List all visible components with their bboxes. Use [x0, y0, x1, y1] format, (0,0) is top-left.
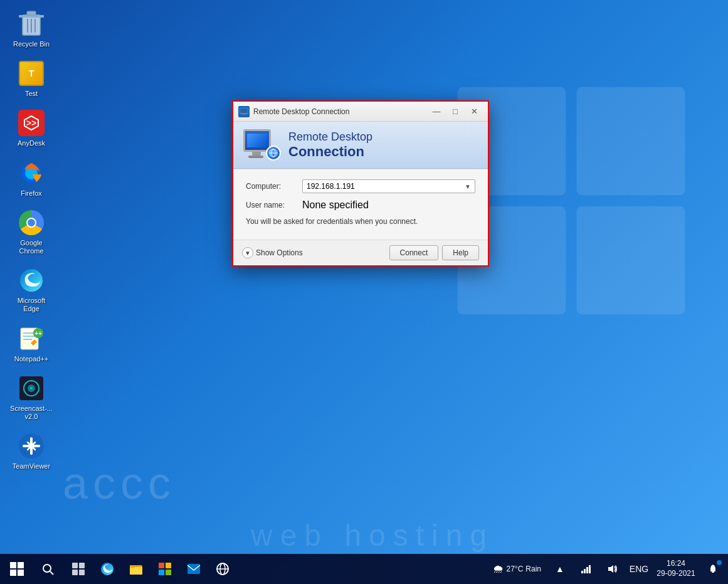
svg-rect-36	[18, 570, 24, 576]
anydesk-icon: >>	[16, 108, 46, 138]
rdc-maximize-button[interactable]: □	[446, 105, 464, 118]
rdc-title-text: Remote Desktop Connection	[253, 107, 428, 116]
desktop-icon-test[interactable]: T Test	[6, 56, 56, 100]
svg-rect-39	[72, 563, 78, 568]
taskbar-weather[interactable]: 🌧 27°C Rain	[489, 561, 546, 577]
rdc-close-button[interactable]: ✕	[465, 105, 483, 118]
rdc-footer: ▼ Show Options Connect Help	[233, 240, 488, 265]
svg-rect-55	[581, 571, 583, 573]
microsoft-edge-label: Microsoft Edge	[9, 297, 54, 313]
task-view-button[interactable]	[65, 556, 92, 582]
microsoft-edge-icon	[16, 265, 46, 295]
rdc-title-icon	[238, 106, 250, 117]
test-icon: T	[16, 58, 46, 88]
notification-button[interactable]	[702, 558, 724, 580]
watermark-text2: web hosting	[251, 518, 494, 553]
svg-rect-46	[130, 565, 135, 568]
taskbar-store-button[interactable]	[152, 556, 178, 582]
rdc-username-row: User name: None specified	[246, 199, 475, 211]
svg-line-38	[50, 571, 53, 575]
rdc-computer-value: 192.168.1.191	[307, 182, 355, 191]
svg-rect-35	[10, 570, 16, 576]
taskbar-left	[4, 556, 236, 582]
watermark-text1: accc	[63, 457, 176, 509]
svg-rect-5	[19, 15, 44, 18]
desktop-icon-firefox[interactable]: Firefox	[6, 156, 56, 200]
notepadpp-label: Notepad++	[14, 355, 48, 363]
rdc-body: Computer: 192.168.1.191 ▼ User name: Non…	[233, 169, 488, 240]
rdc-computer-field: 192.168.1.191 ▼	[302, 179, 475, 193]
rdc-header: Remote Desktop Connection	[233, 122, 488, 169]
tray-volume-icon[interactable]	[601, 558, 624, 580]
svg-rect-50	[166, 570, 171, 575]
tray-network-icon[interactable]	[575, 558, 598, 580]
rdc-header-title: Remote Desktop Connection	[288, 130, 372, 160]
svg-rect-33	[10, 562, 16, 568]
taskbar-mail-button[interactable]	[181, 556, 207, 582]
svg-rect-47	[159, 563, 164, 568]
rdc-computer-input[interactable]: 192.168.1.191 ▼	[302, 179, 475, 193]
rdc-titlebar: Remote Desktop Connection — □ ✕	[233, 102, 488, 122]
start-button[interactable]	[4, 556, 30, 582]
rdc-username-text: None specified	[302, 199, 369, 210]
svg-rect-49	[159, 570, 164, 575]
rdc-dialog: Remote Desktop Connection — □ ✕	[232, 100, 489, 267]
search-button[interactable]	[33, 556, 63, 582]
firefox-label: Firefox	[21, 189, 42, 198]
rdc-help-button[interactable]: Help	[442, 245, 479, 260]
desktop-icon-google-chrome[interactable]: Google Chrome	[6, 205, 56, 258]
rdc-show-options[interactable]: ▼ Show Options	[242, 247, 303, 258]
svg-rect-3	[577, 206, 685, 315]
taskbar: 🌧 27°C Rain ▲	[0, 554, 728, 584]
tray-arrow-button[interactable]: ▲	[549, 558, 571, 580]
svg-text:++: ++	[34, 330, 42, 337]
svg-rect-56	[584, 569, 586, 573]
svg-rect-45	[130, 567, 142, 575]
svg-rect-6	[27, 11, 36, 15]
svg-rect-34	[18, 562, 24, 568]
svg-rect-58	[589, 565, 591, 573]
taskbar-edge-button[interactable]	[94, 556, 120, 582]
desktop-icon-anydesk[interactable]: >> AnyDesk	[6, 105, 56, 150]
taskbar-explorer-button[interactable]	[123, 556, 149, 582]
rdc-show-options-label: Show Options	[256, 248, 303, 257]
rdc-window-controls: — □ ✕	[428, 105, 483, 118]
rdc-minimize-button[interactable]: —	[428, 105, 445, 118]
svg-rect-1	[577, 87, 685, 196]
svg-point-15	[20, 269, 43, 292]
rdc-connect-button[interactable]: Connect	[389, 245, 439, 260]
screencast-label: Screencast-...v2.0	[10, 405, 53, 421]
google-chrome-label: Google Chrome	[9, 239, 54, 255]
rdc-header-line2: Connection	[288, 144, 372, 160]
notification-badge	[717, 560, 722, 565]
rdc-info-text: You will be asked for credentials when y…	[246, 217, 475, 226]
desktop-icon-recycle-bin[interactable]: Recycle Bin	[6, 6, 56, 51]
svg-rect-42	[79, 570, 85, 575]
rdc-username-value: None specified	[302, 199, 475, 211]
desktop-icon-screencast[interactable]: Screencast-...v2.0	[6, 371, 56, 423]
svg-rect-60	[712, 571, 714, 573]
google-chrome-icon	[16, 208, 46, 238]
taskbar-network-button[interactable]	[209, 556, 236, 582]
desktop-icon-teamviewer[interactable]: TeamViewer	[6, 428, 56, 473]
firefox-icon	[16, 158, 46, 188]
tray-language-button[interactable]: ENG	[628, 558, 650, 580]
svg-point-37	[43, 565, 51, 572]
rdc-options-arrow-icon: ▼	[242, 247, 253, 258]
recycle-bin-label: Recycle Bin	[13, 40, 50, 48]
desktop-icon-microsoft-edge[interactable]: Microsoft Edge	[6, 263, 56, 316]
clock-date: 29-09-2021	[657, 569, 695, 579]
rdc-computer-label: Computer:	[246, 182, 302, 191]
rdc-header-line1: Remote Desktop	[288, 130, 372, 144]
rdc-username-label: User name:	[246, 201, 302, 210]
svg-rect-57	[586, 567, 588, 573]
recycle-bin-icon	[16, 9, 46, 39]
svg-text:>>: >>	[26, 118, 36, 128]
rdc-header-icon	[243, 129, 281, 161]
desktop-icon-notepadpp[interactable]: ++ Notepad++	[6, 321, 56, 366]
desktop-icons-container: Recycle Bin T Test >> AnyDesk	[6, 6, 56, 473]
taskbar-clock[interactable]: 16:24 29-09-2021	[654, 558, 698, 580]
rdc-action-buttons: Connect Help	[389, 245, 479, 260]
weather-temp: 27°C	[507, 565, 524, 573]
svg-rect-40	[79, 563, 85, 568]
